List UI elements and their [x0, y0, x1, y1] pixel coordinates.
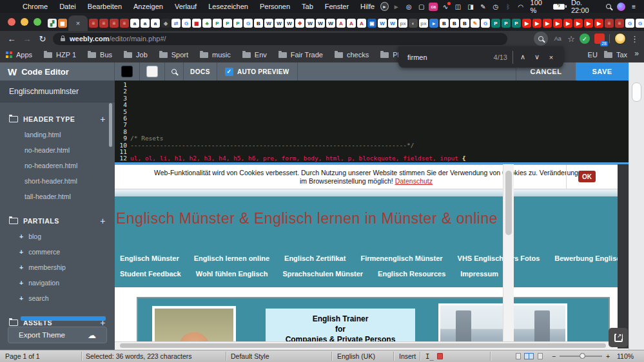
sidebar-file-item[interactable]: short-header.html — [0, 173, 115, 189]
nav-link[interactable]: Firmenenglisch Münster — [360, 254, 442, 262]
tab-favicon[interactable]: W — [264, 19, 273, 28]
black-swatch-button[interactable] — [115, 62, 140, 81]
code-editor-pane[interactable]: 123456789101112 /* Resets---------------… — [115, 81, 629, 162]
bookmark-folder[interactable]: HZP 1 — [38, 51, 82, 59]
expand-icon[interactable]: + — [19, 279, 23, 287]
white-swatch-button[interactable] — [140, 62, 165, 81]
nav-link[interactable]: Englisch Zertifikat — [284, 254, 346, 262]
bookmark-folder-tax[interactable]: Tax — [604, 51, 627, 59]
tab-favicon[interactable]: B — [440, 19, 449, 28]
zoom-in-icon[interactable]: + — [606, 352, 610, 360]
bookmark-folder[interactable]: checks — [329, 51, 375, 59]
menubar-item[interactable]: Tab — [296, 0, 319, 13]
tab-favicon[interactable]: ▶ — [594, 19, 603, 28]
split-screen-icon[interactable]: ◨ — [465, 1, 475, 12]
control-center-icon[interactable]: ≡ — [629, 1, 638, 12]
cursor-icon[interactable]: ► — [391, 1, 401, 12]
reload-icon[interactable]: ↻ — [35, 34, 50, 44]
find-in-page-icon[interactable] — [534, 32, 548, 46]
tab-favicon[interactable]: ◐ — [409, 19, 418, 28]
profile-avatar[interactable] — [614, 33, 626, 44]
tab-favicon[interactable]: ▶ — [522, 19, 531, 28]
sidebar-file-item[interactable]: no-header.html — [0, 142, 115, 158]
cookie-ok-button[interactable]: OK — [578, 171, 596, 182]
expand-icon[interactable]: + — [19, 263, 23, 271]
open-preview-button[interactable] — [609, 328, 628, 347]
tab-favicon[interactable]: W — [306, 19, 315, 28]
tab-favicon[interactable]: ≡ — [99, 19, 108, 28]
bookmark-folder[interactable]: Bus — [82, 51, 118, 59]
address-bar[interactable]: weebly.com/editor/main.php#/ — [53, 33, 507, 45]
tab-favicon[interactable]: ⇄ — [171, 19, 181, 28]
tab-favicon[interactable]: G — [636, 19, 644, 28]
export-theme-button[interactable]: Export Theme ☁ — [8, 327, 107, 343]
tab-favicon[interactable]: px — [398, 19, 407, 28]
zoom-window-button[interactable] — [34, 18, 41, 26]
single-page-view-icon[interactable] — [516, 353, 521, 359]
menubar-clock[interactable]: Do. 22:00 — [569, 1, 601, 12]
bluetooth-icon[interactable]: ᛒ — [503, 1, 513, 12]
sidebar-folder-item[interactable]: + commerce — [0, 244, 115, 260]
notes-app-icon[interactable]: ✎ — [478, 1, 488, 12]
bookmark-folder[interactable]: Job — [118, 51, 153, 59]
tab-favicon[interactable]: ▶ — [543, 19, 552, 28]
lock-icon[interactable] — [61, 38, 65, 41]
tab-favicon[interactable]: ≡ — [110, 19, 119, 28]
page-scrollbar-thumb[interactable] — [632, 82, 641, 102]
wifi-icon[interactable]: ◠ — [516, 1, 525, 12]
tab-favicon[interactable]: P — [491, 19, 500, 28]
tab-favicon[interactable]: P — [213, 19, 222, 28]
nav-link[interactable]: Student Feedback — [120, 270, 181, 278]
ca-app-icon[interactable]: ca — [429, 3, 438, 11]
tab-favicon[interactable]: W — [326, 19, 335, 28]
menubar-item[interactable]: Hilfe — [355, 0, 380, 13]
zoom-percent[interactable]: 110% — [617, 352, 634, 360]
nav-link[interactable]: Englisch lernen online — [194, 254, 269, 262]
datenschutz-link[interactable]: Datenschutz — [395, 177, 433, 185]
tab-favicon[interactable]: W — [275, 19, 284, 28]
tab-favicon[interactable]: W — [378, 19, 387, 28]
spotlight-icon[interactable] — [603, 1, 613, 12]
expand-icon[interactable]: + — [19, 233, 23, 240]
tab-favicon[interactable]: a — [130, 19, 139, 28]
tab-favicon[interactable]: W — [316, 19, 325, 28]
preview-horizontal-scrollbar[interactable] — [115, 341, 618, 348]
window-app-icon[interactable]: ◫ — [453, 1, 463, 12]
auto-preview-toggle[interactable]: ✓ AUTO PREVIEW — [217, 62, 298, 81]
tab-favicon[interactable]: ◆ — [161, 19, 170, 28]
tab-favicon[interactable]: ▦ — [58, 19, 67, 28]
tab-favicon[interactable]: P — [512, 19, 521, 28]
section-header-type[interactable]: HEADER TYPE + — [0, 111, 115, 127]
add-file-icon[interactable]: + — [100, 216, 106, 226]
tab-favicon[interactable]: ▶ — [532, 19, 542, 28]
menubar-item[interactable]: Chrome — [17, 0, 54, 13]
menubar-item[interactable]: Bearbeiten — [82, 0, 128, 13]
tab-favicon[interactable]: G — [625, 19, 634, 28]
tab-favicon[interactable]: ▦ — [192, 19, 201, 28]
tab-favicon[interactable]: W — [388, 19, 397, 28]
tab-favicon[interactable]: a — [141, 19, 150, 28]
tab-favicon[interactable]: P — [502, 19, 511, 28]
close-window-button[interactable] — [8, 18, 15, 26]
nav-link[interactable]: Englisch Resources — [378, 270, 445, 278]
menubar-item[interactable]: Fenster — [319, 0, 355, 13]
tab-favicon[interactable]: A — [347, 19, 356, 28]
sidebar-file-item[interactable]: tall-header.html — [0, 189, 115, 204]
sidebar-folder-item[interactable]: + search — [0, 291, 115, 306]
minimize-window-button[interactable] — [21, 18, 28, 26]
translate-icon[interactable]: Aa — [552, 33, 563, 44]
docs-button[interactable]: DOCS — [184, 62, 217, 81]
status-insert-mode[interactable]: Insert — [399, 352, 416, 360]
close-tab-icon[interactable]: × — [76, 19, 80, 27]
editor-search-button[interactable] — [165, 62, 184, 81]
battery-percent[interactable]: 100 % — [529, 1, 551, 12]
time-machine-icon[interactable]: ◷ — [491, 1, 500, 12]
bookmark-apps[interactable]: Apps — [0, 51, 38, 59]
sidebar-scrollbar[interactable] — [109, 103, 112, 147]
section-partials[interactable]: PARTIALS + — [0, 213, 115, 229]
tab-favicon[interactable]: ▶ — [553, 19, 562, 28]
nav-link[interactable]: Impressum — [460, 270, 498, 278]
selection-mode-icon[interactable]: I_ — [425, 352, 434, 360]
tab-favicon[interactable]: ▶ — [563, 19, 572, 28]
document-modified-icon[interactable] — [437, 353, 443, 359]
